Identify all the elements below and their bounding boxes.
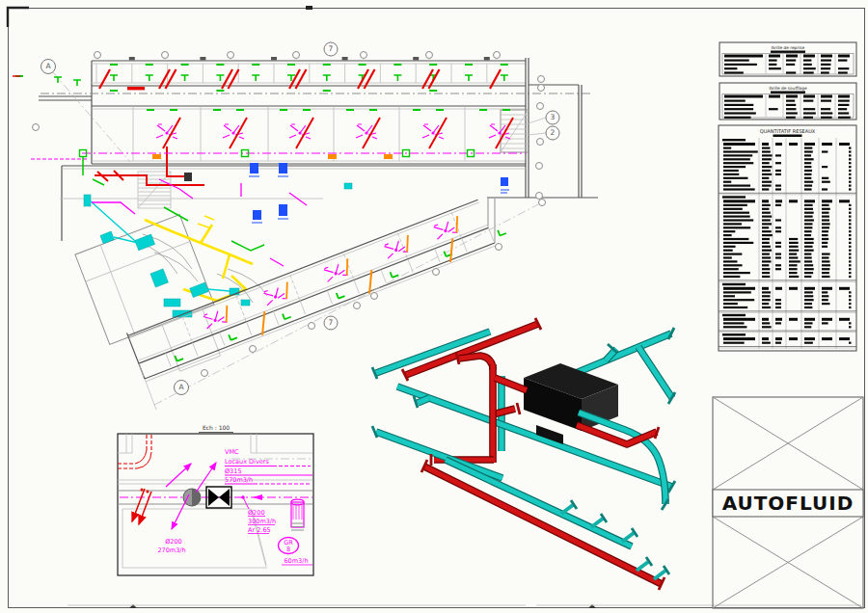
label-f300: 300m3/h <box>248 518 276 525</box>
damper-icon <box>206 487 231 508</box>
detail-scale-label: Ech : 100 <box>203 424 230 431</box>
grid-bubble: A <box>41 60 56 74</box>
legend-table-0: Grille de reprise <box>719 42 856 76</box>
svg-text:Grille de soufflage: Grille de soufflage <box>769 86 807 91</box>
label-locaux: Locaux Divers <box>225 458 269 466</box>
label-d315: Ø315 <box>225 467 242 475</box>
svg-text:Grille de reprise: Grille de reprise <box>772 45 805 50</box>
grid-bubble: 2 <box>546 126 559 140</box>
mechanical-room-ducts <box>31 147 352 317</box>
grid-bubble: 3 <box>546 111 559 124</box>
label-f570: 570m3/h <box>225 476 253 484</box>
supply-duct <box>424 466 662 584</box>
label-gr-num: 8 <box>286 546 290 553</box>
label-f270: 270m3/h <box>157 546 185 554</box>
label-d200b: Ø200 <box>165 538 182 546</box>
svg-text:2: 2 <box>551 128 556 137</box>
svg-text:A: A <box>45 62 51 70</box>
detail-inset: Ech : 100 VMC Locaux Divers Ø315 570m3/h <box>118 424 313 575</box>
label-f60: 60m3/h <box>284 557 308 565</box>
svg-text:7: 7 <box>329 44 334 53</box>
svg-text:7: 7 <box>329 318 334 327</box>
corner-mark <box>8 8 29 27</box>
legend-tables-panel: Grille de repriseGrille de soufflageQUAN… <box>719 42 856 351</box>
label-d200a: Ø200 <box>248 509 265 517</box>
label-vmc: VMC <box>225 448 239 456</box>
svg-text:A: A <box>178 383 184 391</box>
lower-wing <box>127 200 543 410</box>
title-block: AUTOFLUID <box>713 397 863 608</box>
label-ar: Ar 2.65 <box>248 526 271 534</box>
supply-duct <box>406 324 538 375</box>
stair-hatch <box>138 172 171 208</box>
grid-bubble: 7 <box>324 42 338 56</box>
svg-text:QUANTITATIF RESEAUX: QUANTITATIF RESEAUX <box>760 128 816 134</box>
drawing-sheet: A7327A <box>0 0 868 613</box>
iso-3d-view <box>372 318 675 590</box>
svg-text:3: 3 <box>551 113 556 121</box>
legend-table-1: Grille de soufflage <box>719 83 856 120</box>
top-tick <box>306 6 312 10</box>
floor-plan: A7327A <box>13 42 598 410</box>
software-logo: AUTOFLUID <box>722 492 854 515</box>
grid-bubble: 7 <box>324 316 338 330</box>
legend-table-2: QUANTITATIF RESEAUX <box>719 125 856 351</box>
grid-bubble: A <box>175 381 189 395</box>
